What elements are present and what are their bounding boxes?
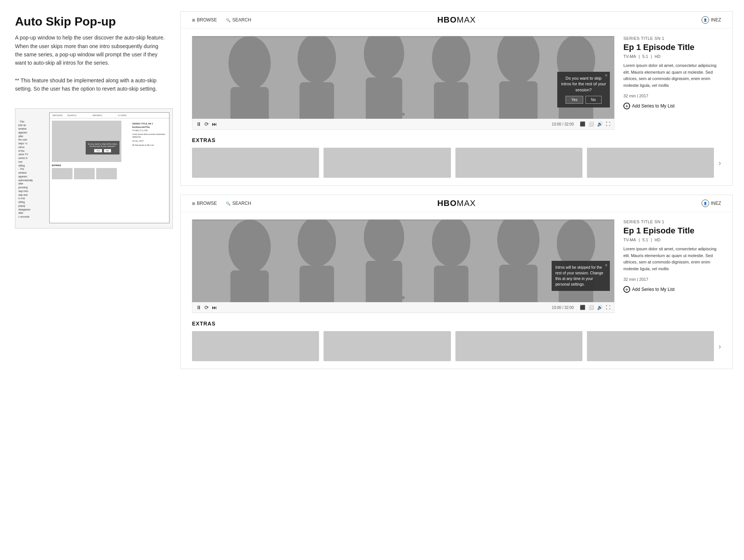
cast-icon-1[interactable]: ⬛ <box>580 121 585 127</box>
series-meta-1: TV-MA | 5.1 | HD <box>623 54 721 59</box>
extras-title-1: EXTRAS <box>192 137 721 143</box>
popup-yes-button-1[interactable]: Yes <box>566 96 583 104</box>
series-info-1: SERIES TITLE SN 1 Ep 1 Episode Title TV-… <box>623 36 721 130</box>
video-player-1: ✕ Do you want to skip intros for the res… <box>192 36 614 130</box>
extras-card-1c[interactable] <box>455 148 582 178</box>
series-description-1: Lorem ipsum dolor sit amet, consectetur … <box>623 62 721 89</box>
nav-bar-2: ⊞ BROWSE 🔍 SEARCH HBOMAX 👤 INEZ <box>181 195 732 212</box>
mockup-2: ⊞ BROWSE 🔍 SEARCH HBOMAX 👤 INEZ <box>180 195 733 369</box>
svg-rect-23 <box>434 266 469 302</box>
cast-icon-2[interactable]: ⬛ <box>580 305 585 310</box>
pause-icon-2[interactable]: ⏸ <box>196 304 201 310</box>
left-panel: Auto Skip Pop-up A pop-up window to help… <box>0 0 180 560</box>
subtitles-icon-2[interactable]: ⬜ <box>588 305 594 310</box>
extras-card-2c[interactable] <box>455 331 582 361</box>
nav-bar-1: ⊞ BROWSE 🔍 SEARCH HBOMAX 👤 INEZ <box>181 12 732 29</box>
notify-popup-2: ✕ Intros will be skipped for the rest of… <box>552 261 610 291</box>
description-text: A pop-up window to help the user discove… <box>15 33 165 67</box>
volume-icon-2[interactable]: 🔊 <box>597 305 603 310</box>
series-quality-2: HD <box>655 238 661 242</box>
svg-rect-11 <box>499 81 537 119</box>
mockup-1: ⊞ BROWSE 🔍 SEARCH HBOMAX 👤 INEZ <box>180 11 733 186</box>
popup-close-1[interactable]: ✕ <box>605 73 608 77</box>
extras-title-2: EXTRAS <box>192 321 721 327</box>
add-series-button-2[interactable]: + Add Series to My List <box>623 286 721 293</box>
sketch-popup: do you want to skip all the intros for t… <box>86 141 119 154</box>
notify-close-2[interactable]: ✕ <box>605 262 608 268</box>
main-content-2: ✕ Intros will be skipped for the rest of… <box>181 212 732 321</box>
extras-grid-1: › <box>192 148 721 178</box>
series-duration-1: 32 min | 2017 <box>623 94 721 98</box>
series-sound-2: 5.1 <box>643 238 648 242</box>
extras-card-1a[interactable] <box>192 148 319 178</box>
fullscreen-icon-1[interactable]: ⛶ <box>606 121 610 127</box>
meta-sep-2: | <box>651 54 652 59</box>
series-info-2: SERIES TITLE SN 1 Ep 1 Episode Title TV-… <box>623 219 721 313</box>
video-player-2: ✕ Intros will be skipped for the rest of… <box>192 219 614 313</box>
main-content-1: ✕ Do you want to skip intros for the res… <box>181 29 732 137</box>
nav-browse-1[interactable]: ⊞ BROWSE <box>192 17 217 23</box>
extras-section-2: EXTRAS › <box>181 321 732 369</box>
popup-no-button-1[interactable]: No <box>585 96 602 104</box>
popup-message-1: Do you want to skip intros for the rest … <box>561 76 606 93</box>
sketch-browser-nav: BROWSE SEARCH HBOMAX O.USER <box>50 113 169 118</box>
volume-icon-1[interactable]: 🔊 <box>597 121 603 127</box>
sketch-browser-content: do you want to skip all the intros for t… <box>50 118 169 182</box>
extras-card-1b[interactable] <box>324 148 451 178</box>
series-rating-2: TV-MA <box>623 238 636 242</box>
plus-circle-icon-1: + <box>623 103 630 109</box>
hbo-brand-1: HBOMAX <box>437 15 476 25</box>
extras-card-2a[interactable] <box>192 331 319 361</box>
plus-circle-icon-2: + <box>623 286 630 293</box>
series-sound-1: 5.1 <box>643 54 648 59</box>
svg-rect-17 <box>230 271 269 302</box>
fullscreen-icon-2[interactable]: ⛶ <box>606 305 610 310</box>
episode-title-1: Ep 1 Episode Title <box>623 43 721 52</box>
extras-next-arrow-2[interactable]: › <box>718 342 721 351</box>
svg-point-2 <box>228 36 271 90</box>
pause-icon-1[interactable]: ⏸ <box>196 121 201 127</box>
svg-rect-3 <box>230 87 269 119</box>
nav-right-1[interactable]: 👤 INEZ <box>702 16 721 24</box>
series-duration-2: 32 min | 2017 <box>623 277 721 282</box>
nav-right-2[interactable]: 👤 INEZ <box>702 200 721 207</box>
player-right-controls-2: ⬛ ⬜ 🔊 ⛶ <box>580 305 610 310</box>
add-series-button-1[interactable]: + Add Series to My List <box>623 103 721 109</box>
sketch-notes: · Thispop upwindowappearsafterthe usersk… <box>18 120 48 219</box>
browse-icon-2: ⊞ <box>192 201 195 206</box>
svg-point-16 <box>228 219 271 273</box>
user-avatar-2: 👤 <box>702 200 709 207</box>
browse-icon-1: ⊞ <box>192 18 195 22</box>
note-text: ** This feature should be implemented al… <box>15 76 165 93</box>
extras-card-2d[interactable] <box>587 331 714 361</box>
player-time-2: 10:00 / 32:00 <box>552 306 574 310</box>
extras-card-1d[interactable] <box>587 148 714 178</box>
nav-search-1[interactable]: 🔍 SEARCH <box>226 17 251 23</box>
extras-card-2b[interactable] <box>324 331 451 361</box>
extras-next-arrow-1[interactable]: › <box>718 159 721 167</box>
player-controls-1: ⏸ ⟳ ⏭ 10:00 / 32:00 ⬛ ⬜ 🔊 ⛶ <box>192 119 614 130</box>
rewind-icon-1[interactable]: ⟳ <box>204 121 209 127</box>
right-panel: ⊞ BROWSE 🔍 SEARCH HBOMAX 👤 INEZ <box>180 0 744 560</box>
sketch-browser: BROWSE SEARCH HBOMAX O.USER do you want … <box>49 112 169 223</box>
rewind-icon-2[interactable]: ⟳ <box>204 304 209 310</box>
nav-search-2[interactable]: 🔍 SEARCH <box>226 201 251 206</box>
sketch-area: · Thispop upwindowappearsafterthe usersk… <box>15 108 173 229</box>
player-time-1: 10:00 / 32:00 <box>552 122 574 126</box>
series-meta-2: TV-MA | 5.1 | HD <box>623 238 721 242</box>
next-icon-2[interactable]: ⏭ <box>212 304 217 310</box>
svg-rect-5 <box>299 82 334 119</box>
page-title: Auto Skip Pop-up <box>15 15 165 28</box>
hbo-brand-2: HBOMAX <box>437 198 476 208</box>
player-right-controls-1: ⬛ ⬜ 🔊 ⛶ <box>580 121 610 127</box>
subtitles-icon-1[interactable]: ⬜ <box>588 121 594 127</box>
series-description-2: Lorem ipsum dolor sit amet, consectetur … <box>623 246 721 272</box>
series-subtitle-2: SERIES TITLE SN 1 <box>623 219 721 224</box>
nav-left-1: ⊞ BROWSE 🔍 SEARCH <box>192 17 251 23</box>
nav-left-2: ⊞ BROWSE 🔍 SEARCH <box>192 201 251 206</box>
next-icon-1[interactable]: ⏭ <box>212 121 217 127</box>
nav-browse-2[interactable]: ⊞ BROWSE <box>192 201 217 206</box>
svg-rect-1 <box>192 36 614 37</box>
user-avatar-1: 👤 <box>702 16 709 24</box>
search-icon-2: 🔍 <box>226 201 230 206</box>
